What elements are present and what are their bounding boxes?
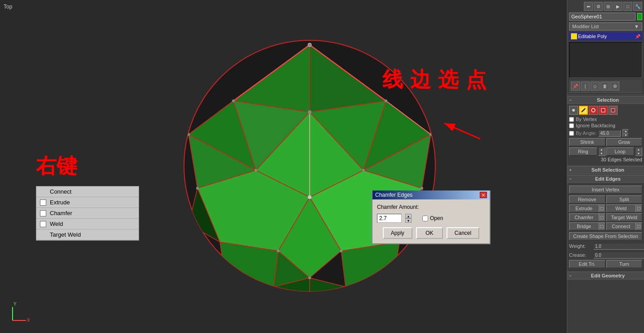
ring-button[interactable]: Ring xyxy=(569,147,597,156)
weld-button[interactable]: Weld xyxy=(607,205,636,212)
chamfer-close-button[interactable]: ✕ xyxy=(480,192,487,198)
sel-icon-polygon[interactable] xyxy=(599,106,608,115)
by-vertex-checkbox[interactable] xyxy=(569,117,574,122)
weight-label: Weight: xyxy=(569,243,591,249)
rp-icon-hier[interactable]: ⊞ xyxy=(604,2,613,11)
bridge-settings-button[interactable]: □ xyxy=(599,223,605,230)
chamfer-apply-button[interactable]: Apply xyxy=(383,227,412,239)
editable-poly-pin[interactable]: 📌 xyxy=(635,34,640,39)
connect-ee-button[interactable]: Connect xyxy=(607,223,636,230)
chamfer-settings-button[interactable]: □ xyxy=(599,214,605,221)
by-angle-input[interactable] xyxy=(598,130,621,137)
svg-point-33 xyxy=(232,99,235,102)
ignore-backfacing-row: Ignore Backfacing xyxy=(569,123,642,128)
sel-icon-vertex[interactable] xyxy=(569,106,578,115)
menu-item-chamfer[interactable]: Chamfer xyxy=(36,208,139,219)
insert-vertex-button[interactable]: Insert Vertex xyxy=(569,186,642,194)
extrude-button[interactable]: Extrude xyxy=(570,205,599,212)
selection-section-header[interactable]: − Selection xyxy=(567,96,644,104)
configure-icon[interactable]: ⚙ xyxy=(610,82,619,91)
object-name-field[interactable] xyxy=(569,13,635,21)
angle-spin-down[interactable]: ▼ xyxy=(622,133,629,137)
bridge-button[interactable]: Bridge xyxy=(570,223,599,230)
rp-icon-motion[interactable]: ▶ xyxy=(613,2,622,11)
chamfer-checkbox[interactable] xyxy=(40,210,46,216)
remove-button[interactable]: Remove xyxy=(569,195,605,203)
extrude-weld-row: Extrude □ Weld □ xyxy=(569,204,642,212)
edit-tri-button[interactable]: Edit Tri. xyxy=(569,260,605,268)
chamfer-amount-label: Chamfer Amount: xyxy=(377,204,422,210)
angle-spin-up[interactable]: ▲ xyxy=(622,129,629,133)
ring-spin-up[interactable]: ▲ xyxy=(599,147,605,151)
chamfer-titlebar[interactable]: Chamfer Edges ✕ xyxy=(372,190,490,199)
chamfer-spin-down[interactable]: ▼ xyxy=(405,218,412,223)
sel-icon-border[interactable] xyxy=(589,106,598,115)
extrude-settings-button[interactable]: □ xyxy=(599,205,605,212)
menu-item-extrude[interactable]: Extrude xyxy=(36,197,139,208)
chamfer-amount-input[interactable] xyxy=(377,214,402,223)
connect-settings-button[interactable]: □ xyxy=(635,223,642,230)
rp-icon-util[interactable]: 🔧 xyxy=(633,2,642,11)
object-color-swatch[interactable] xyxy=(637,13,642,20)
extrude-checkbox[interactable] xyxy=(40,199,46,206)
edit-geom-toggle[interactable]: − xyxy=(569,273,572,278)
crease-input[interactable] xyxy=(593,252,644,259)
axis-indicator: Y X xyxy=(8,300,33,325)
pin-stack-icon[interactable]: 📌 xyxy=(571,82,580,91)
ring-spin-down[interactable]: ▼ xyxy=(599,151,605,156)
show-end-icon[interactable]: | xyxy=(581,82,590,91)
selection-section: By Vertex Ignore Backfacing By Angle: ▲ … xyxy=(567,104,644,165)
ignore-backfacing-checkbox[interactable] xyxy=(569,123,574,128)
modifier-list-dropdown[interactable]: Modifier List ▼ xyxy=(569,22,642,30)
edit-geometry-header[interactable]: − Edit Geometry xyxy=(567,272,644,280)
selection-section-title: Selection xyxy=(574,97,642,103)
shrink-button[interactable]: Shrink xyxy=(569,138,605,146)
target-weld-button[interactable]: Target Weld xyxy=(607,214,642,221)
annotation-dianxuanbianxian: 点 选 边 线 xyxy=(379,52,491,54)
loop-button[interactable]: Loop xyxy=(606,147,635,156)
chamfer-open-checkbox[interactable] xyxy=(422,216,428,221)
rp-icon-modify[interactable]: ⚙ xyxy=(594,2,603,11)
svg-point-31 xyxy=(308,43,311,47)
menu-item-connect[interactable]: Connect xyxy=(36,186,139,197)
edit-edges-header[interactable]: − Edit Edges xyxy=(567,175,644,183)
weld-checkbox[interactable] xyxy=(40,221,46,227)
chamfer-amount-spinner[interactable]: ▲ ▼ xyxy=(405,214,412,223)
menu-item-weld[interactable]: Weld xyxy=(36,219,139,229)
loop-spin-up[interactable]: ▲ xyxy=(635,147,642,151)
sphere-viewport xyxy=(153,22,467,327)
edit-edges-toggle[interactable]: − xyxy=(569,177,572,182)
menu-item-target-weld[interactable]: Target Weld xyxy=(36,229,139,240)
make-unique-icon[interactable]: ◇ xyxy=(591,82,600,91)
svg-text:Y: Y xyxy=(13,302,17,307)
ring-loop-row: Ring ▲ ▼ Loop ▲ ▼ xyxy=(569,147,642,156)
extrude-with-box: Extrude □ xyxy=(569,204,605,212)
turn-button[interactable]: Turn xyxy=(606,260,643,268)
viewport[interactable]: Top xyxy=(0,0,567,333)
soft-selection-header[interactable]: + Soft Selection xyxy=(567,166,644,174)
svg-rect-56 xyxy=(601,108,605,112)
chamfer-cancel-button[interactable]: Cancel xyxy=(447,227,479,239)
edit-edges-title: Edit Edges xyxy=(574,176,642,182)
rp-icon-back[interactable]: ⬅ xyxy=(584,2,593,11)
sel-icon-element[interactable] xyxy=(609,106,618,115)
chamfer-spin-up[interactable]: ▲ xyxy=(405,214,412,218)
chamfer-ee-button[interactable]: Chamfer xyxy=(570,214,599,221)
grow-button[interactable]: Grow xyxy=(606,138,643,146)
loop-spin-down[interactable]: ▼ xyxy=(635,151,642,156)
weld-settings-button[interactable]: □ xyxy=(635,205,642,212)
soft-sel-toggle[interactable]: + xyxy=(569,168,572,173)
by-angle-checkbox[interactable] xyxy=(569,131,574,136)
editable-poly-icon xyxy=(571,33,577,39)
rp-icon-display[interactable]: □ xyxy=(623,2,632,11)
selection-toggle[interactable]: − xyxy=(569,98,572,103)
chamfer-ok-button[interactable]: OK xyxy=(416,227,443,239)
by-vertex-label: By Vertex xyxy=(576,117,597,122)
editable-poly-row[interactable]: Editable Poly 📌 xyxy=(569,32,642,40)
modifier-stack xyxy=(569,42,642,78)
sel-icon-edge[interactable] xyxy=(579,106,588,115)
create-shape-button[interactable]: Create Shape From Selection xyxy=(569,232,642,240)
weight-input[interactable] xyxy=(593,243,644,250)
split-button[interactable]: Split xyxy=(606,195,643,203)
remove-modifier-icon[interactable]: 🗑 xyxy=(600,82,609,91)
